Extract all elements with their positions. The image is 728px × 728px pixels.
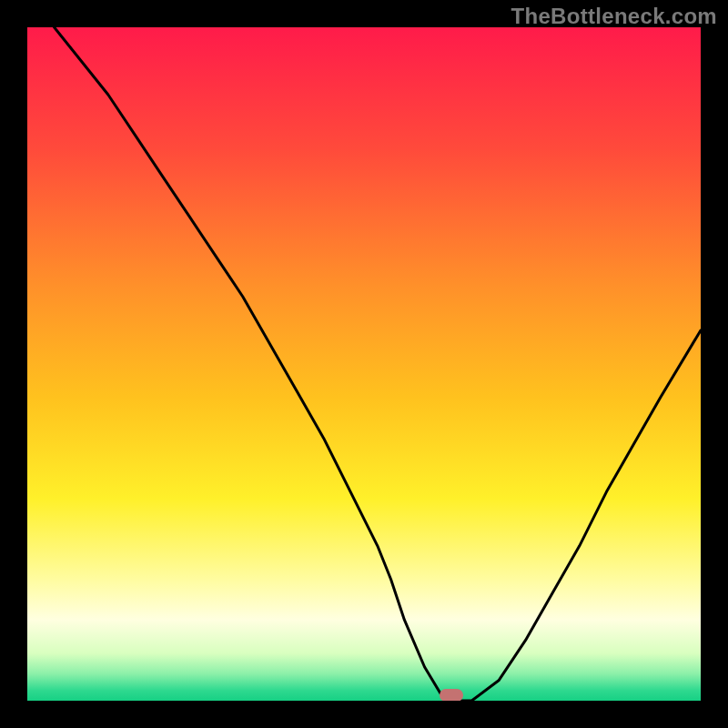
optimum-marker [440,689,463,701]
plot-area [27,27,701,701]
chart-frame: TheBottleneck.com [0,0,728,728]
watermark-text: TheBottleneck.com [511,4,717,29]
curve-line [27,27,701,701]
